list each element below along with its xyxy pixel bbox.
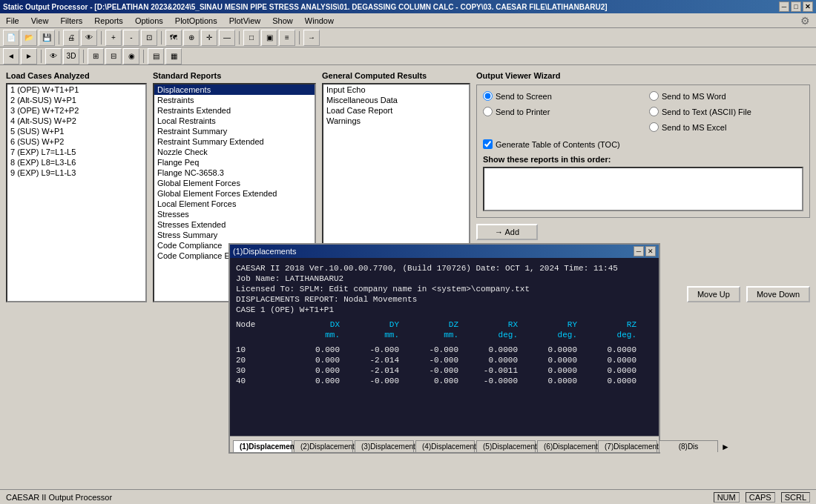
- toolbar2-extra3-btn[interactable]: ◉: [123, 48, 139, 64]
- gen-result-misc-data[interactable]: Miscellaneous Data: [323, 95, 469, 105]
- add-button[interactable]: → Add: [476, 224, 538, 240]
- radio-send-ascii[interactable]: Send to Text (ASCII) File: [649, 107, 803, 116]
- load-case-item-7[interactable]: 7 (EXP) L7=L1-L5: [7, 147, 145, 157]
- std-report-stress-summary[interactable]: Stress Summary: [154, 230, 315, 240]
- menu-view[interactable]: View: [28, 15, 52, 27]
- dy-10: -0.000: [340, 345, 399, 354]
- tab-7-displacements[interactable]: (7)Displacements: [598, 440, 657, 452]
- tab-3-displacements[interactable]: (3)Displacements: [355, 440, 414, 452]
- std-report-flange-peq[interactable]: Flange Peq: [154, 157, 315, 168]
- std-report-displacements[interactable]: Displacements: [154, 84, 315, 95]
- gen-result-input-echo[interactable]: Input Echo: [323, 84, 469, 95]
- radio-ascii-input[interactable]: [649, 107, 659, 116]
- status-bar: CAESAR II Output Processor NUM CAPS SCRL: [0, 489, 816, 504]
- std-report-nozzle-check[interactable]: Nozzle Check: [154, 147, 315, 157]
- menu-options[interactable]: Options: [132, 15, 166, 27]
- load-case-item-2[interactable]: 2 (Alt-SUS) W+P1: [7, 95, 145, 105]
- toolbar2-back-btn[interactable]: ◄: [3, 48, 19, 64]
- toolbar2-fwd-btn[interactable]: ►: [21, 48, 37, 64]
- move-down-button[interactable]: Move Down: [746, 286, 810, 302]
- menu-show[interactable]: Show: [269, 15, 296, 27]
- minimize-btn[interactable]: ─: [779, 1, 789, 12]
- radio-send-msword[interactable]: Send to MS Word: [649, 91, 803, 101]
- menu-plotoptions[interactable]: PlotOptions: [172, 15, 220, 27]
- tab-scroll-right[interactable]: ►: [721, 442, 730, 452]
- toolbar-arrow-btn[interactable]: →: [303, 30, 320, 46]
- std-report-restraints-ext[interactable]: Restraints Extended: [154, 105, 315, 116]
- toolbar-box-btn[interactable]: □: [243, 30, 260, 46]
- load-case-item-3[interactable]: 3 (OPE) W+T2+P2: [7, 105, 145, 116]
- toolbar-sep-4: [239, 31, 240, 44]
- radio-send-excel[interactable]: Send to MS Excel: [649, 122, 803, 132]
- std-report-restraints[interactable]: Restraints: [154, 95, 315, 105]
- menu-reports[interactable]: Reports: [91, 15, 126, 27]
- radio-send-screen[interactable]: Send to Screen: [483, 91, 637, 101]
- std-report-stresses-ext[interactable]: Stresses Extended: [154, 219, 315, 230]
- gen-result-warnings[interactable]: Warnings: [323, 116, 469, 126]
- move-up-button[interactable]: Move Up: [687, 286, 740, 302]
- table-row-10: 10 0.000 -0.000 -0.000 0.0000 0.0000 0.0…: [236, 345, 653, 354]
- radio-send-printer[interactable]: Send to Printer: [483, 107, 637, 116]
- toolbar-new-btn[interactable]: 📄: [3, 30, 19, 46]
- toc-checkbox-row[interactable]: Generate Table of Contents (TOC): [483, 139, 803, 149]
- close-btn[interactable]: ✕: [803, 1, 813, 12]
- radio-excel-input[interactable]: [649, 122, 659, 132]
- load-case-item-5[interactable]: 5 (SUS) W+P1: [7, 126, 145, 136]
- std-report-restraint-summary[interactable]: Restraint Summary: [154, 126, 315, 136]
- tab-5-displacements[interactable]: (5)Displacements: [476, 440, 536, 452]
- load-case-item-6[interactable]: 6 (SUS) W+P2: [7, 136, 145, 147]
- toolbar2-extra-btn[interactable]: ⊞: [88, 48, 104, 64]
- load-case-item-8[interactable]: 8 (EXP) L8=L3-L6: [7, 157, 145, 168]
- menu-file[interactable]: File: [3, 15, 22, 27]
- load-case-item-4[interactable]: 4 (Alt-SUS) W+P2: [7, 116, 145, 126]
- menu-plotview[interactable]: PlotView: [226, 15, 264, 27]
- toolbar-preview-btn[interactable]: 👁: [81, 30, 97, 46]
- toolbar-zoom-fit-btn[interactable]: ⊡: [141, 30, 157, 46]
- std-report-local-restraints[interactable]: Local Restraints: [154, 116, 315, 126]
- menu-filters[interactable]: Filters: [57, 15, 85, 27]
- toolbar-zoom-in-btn[interactable]: +: [105, 30, 122, 46]
- col-rz-unit: deg.: [577, 331, 636, 339]
- load-case-item-1[interactable]: 1 (OPE) W+T1+P1: [7, 84, 145, 95]
- toc-checkbox[interactable]: [483, 139, 493, 149]
- toolbar-print-btn[interactable]: 🖨: [63, 30, 79, 46]
- tab-6-displacements[interactable]: (6)Displacements: [537, 440, 596, 452]
- tab-8-dis[interactable]: (8)Dis: [659, 440, 718, 452]
- radio-screen-input[interactable]: [483, 91, 493, 101]
- toolbar2-extra4-btn[interactable]: ▤: [148, 48, 164, 64]
- std-report-global-forces-ext[interactable]: Global Element Forces Extended: [154, 188, 315, 199]
- radio-printer-input[interactable]: [483, 107, 493, 116]
- tab-1-displacements[interactable]: (1)Displacements: [233, 440, 292, 452]
- toolbar-minus-btn[interactable]: —: [219, 30, 235, 46]
- radio-msword-input[interactable]: [649, 91, 659, 101]
- load-case-item-9[interactable]: 9 (EXP) L9=L1-L3: [7, 168, 145, 178]
- toolbar-map-btn[interactable]: 🗺: [165, 30, 182, 46]
- toolbar2-extra5-btn[interactable]: ▦: [165, 48, 182, 64]
- toolbar2-view-btn[interactable]: 👁: [45, 48, 62, 64]
- std-report-stresses[interactable]: Stresses: [154, 209, 315, 219]
- col-rz-header: RZ: [577, 320, 636, 329]
- toolbar2-extra2-btn[interactable]: ⊟: [105, 48, 122, 64]
- toolbar-list-btn[interactable]: ≡: [279, 30, 295, 46]
- col-dy-header: DY: [340, 320, 399, 329]
- std-report-flange-nc[interactable]: Flange NC-3658.3: [154, 168, 315, 178]
- menu-window[interactable]: Window: [302, 15, 337, 27]
- maximize-btn[interactable]: □: [791, 1, 801, 12]
- toolbar-save-btn[interactable]: 💾: [39, 30, 55, 46]
- col-dz-unit: mm.: [399, 331, 458, 339]
- tab-4-displacements[interactable]: (4)Displacements: [415, 440, 475, 452]
- toolbar-zoom-out-btn[interactable]: -: [123, 30, 139, 46]
- std-report-global-forces[interactable]: Global Element Forces: [154, 178, 315, 188]
- toolbar-plus-btn[interactable]: ✛: [201, 30, 217, 46]
- std-report-restraint-summary-ext[interactable]: Restraint Summary Extended: [154, 136, 315, 147]
- std-report-local-forces[interactable]: Local Element Forces: [154, 199, 315, 209]
- toolbar-open-btn[interactable]: 📂: [21, 30, 37, 46]
- gen-result-load-case[interactable]: Load Case Report: [323, 105, 469, 116]
- dialog-line-3: Licensed To: SPLM: Edit company name in …: [236, 285, 653, 294]
- dialog-close-btn[interactable]: ✕: [645, 246, 656, 256]
- toolbar-coord-btn[interactable]: ⊕: [183, 30, 200, 46]
- toolbar-box2-btn[interactable]: ▣: [261, 30, 277, 46]
- dialog-pin-btn[interactable]: ─: [634, 246, 644, 256]
- toolbar2-3d-btn[interactable]: 3D: [63, 48, 79, 64]
- tab-2-displacements[interactable]: (2)Displacements: [294, 440, 353, 452]
